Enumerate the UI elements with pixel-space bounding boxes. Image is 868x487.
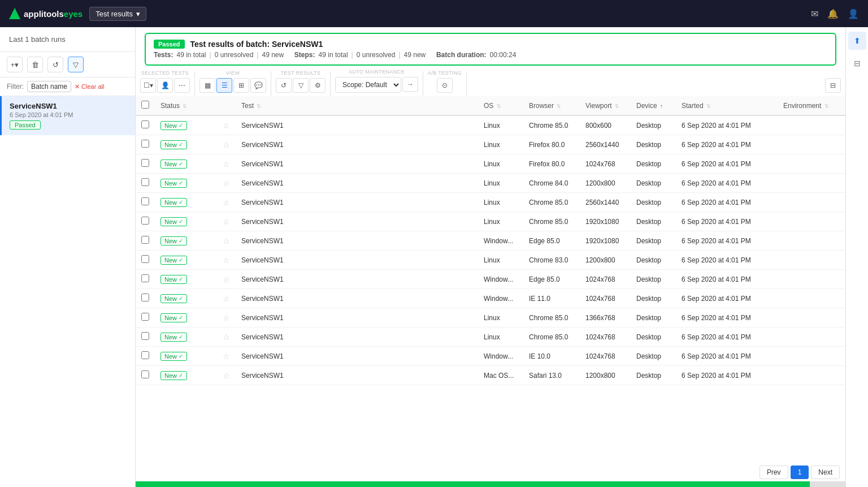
row-checkbox[interactable] <box>141 274 149 282</box>
os-cell: Linux <box>478 251 523 270</box>
device-cell: Desktop <box>631 115 676 135</box>
table-row[interactable]: New ✓ ☆ ServiceNSW1 Linux Chrome 85.0 25… <box>136 193 845 212</box>
th-test[interactable]: Test <box>236 96 478 115</box>
th-os[interactable]: OS <box>478 96 523 115</box>
batch-passed-badge: Passed <box>10 120 41 130</box>
th-viewport[interactable]: Viewport <box>580 96 631 115</box>
grid-view-button[interactable]: ⊞ <box>233 78 249 93</box>
row-checkbox[interactable] <box>141 140 149 148</box>
table-row[interactable]: New ✓ ☆ ServiceNSW1 Linux Chrome 83.0 12… <box>136 251 845 270</box>
test-name-cell: ServiceNSW1 <box>236 193 478 212</box>
list-view-button[interactable]: ☰ <box>216 78 232 93</box>
table-row[interactable]: New ✓ ☆ ServiceNSW1 Mac OS... Safari 13.… <box>136 366 845 385</box>
ab-test-button[interactable]: ⊙ <box>437 78 453 93</box>
row-checkbox[interactable] <box>141 255 149 263</box>
browser-cell: Chrome 85.0 <box>523 212 580 231</box>
table-row[interactable]: New ✓ ☆ ServiceNSW1 Window... Edge 85.0 … <box>136 231 845 251</box>
th-browser[interactable]: Browser <box>523 96 580 115</box>
favorite-icon[interactable]: ☆ <box>223 140 230 149</box>
right-share-button[interactable]: ⬆ <box>848 32 866 50</box>
table-row[interactable]: New ✓ ☆ ServiceNSW1 Window... IE 10.0 10… <box>136 347 845 366</box>
batch-list-item[interactable]: ServiceNSW1 6 Sep 2020 at 4:01 PM Passed <box>0 96 135 135</box>
row-checkbox[interactable] <box>141 197 149 205</box>
nav-dropdown[interactable]: Test results ▾ <box>89 7 146 21</box>
row-checkbox[interactable] <box>141 217 149 225</box>
checkbox-dropdown-button[interactable]: ☐▾ <box>140 78 156 93</box>
favorite-icon[interactable]: ☆ <box>223 179 230 188</box>
table-row[interactable]: New ✓ ☆ ServiceNSW1 Linux Chrome 85.0 10… <box>136 327 845 347</box>
favorite-icon[interactable]: ☆ <box>223 160 230 169</box>
favorite-icon[interactable]: ☆ <box>223 121 230 130</box>
sidebar-add-button[interactable]: +▾ <box>7 57 23 72</box>
filter-clear-button[interactable]: ✕ Clear all <box>75 83 104 90</box>
row-checkbox[interactable] <box>141 120 149 128</box>
started-cell: 6 Sep 2020 at 4:01 PM <box>676 251 778 270</box>
th-status[interactable]: Status <box>155 96 217 115</box>
os-cell: Mac OS... <box>478 366 523 385</box>
favorite-icon[interactable]: ☆ <box>223 352 230 361</box>
row-checkbox[interactable] <box>141 370 149 378</box>
sidebar-filter-button[interactable]: ▽ <box>68 57 84 72</box>
row-checkbox[interactable] <box>141 313 149 321</box>
row-checkbox[interactable] <box>141 236 149 244</box>
user-icon[interactable]: 👤 <box>848 8 859 19</box>
more-options-button[interactable]: ⋯ <box>174 78 190 93</box>
row-checkbox[interactable] <box>141 351 149 359</box>
os-cell: Linux <box>478 327 523 347</box>
sidebar-delete-button[interactable]: 🗑 <box>27 57 43 72</box>
next-button[interactable]: Next <box>811 466 840 479</box>
favorite-icon[interactable]: ☆ <box>223 294 230 303</box>
chart-view-button[interactable]: ▦ <box>199 78 215 93</box>
logo: applitoolseyes <box>9 8 83 19</box>
settings-results-button[interactable]: ⚙ <box>310 78 326 93</box>
browser-cell: Chrome 85.0 <box>523 308 580 327</box>
sidebar-refresh-button[interactable]: ↺ <box>47 57 63 72</box>
row-checkbox[interactable] <box>141 178 149 186</box>
prev-button[interactable]: Prev <box>760 466 788 479</box>
column-settings-button[interactable]: ⊟ <box>825 78 841 93</box>
notifications-icon[interactable]: 🔔 <box>827 8 839 19</box>
new-status-badge: New ✓ <box>160 256 187 265</box>
favorite-icon[interactable]: ☆ <box>223 198 230 207</box>
maintenance-arrow-button[interactable]: → <box>402 77 418 92</box>
browser-cell: Chrome 85.0 <box>523 327 580 347</box>
new-status-badge: New ✓ <box>160 371 187 380</box>
table-row[interactable]: New ✓ ☆ ServiceNSW1 Linux Chrome 85.0 13… <box>136 308 845 327</box>
table-row[interactable]: New ✓ ☆ ServiceNSW1 Linux Firefox 80.0 2… <box>136 135 845 154</box>
table-row[interactable]: New ✓ ☆ ServiceNSW1 Linux Chrome 85.0 19… <box>136 212 845 231</box>
table-row[interactable]: New ✓ ☆ ServiceNSW1 Window... Edge 85.0 … <box>136 270 845 289</box>
bubble-view-button[interactable]: 💬 <box>250 78 266 93</box>
th-environment[interactable]: Environment <box>778 96 845 115</box>
favorite-icon[interactable]: ☆ <box>223 256 230 265</box>
th-device[interactable]: Device <box>631 96 676 115</box>
assign-button[interactable]: 👤 <box>157 78 173 93</box>
refresh-results-button[interactable]: ↺ <box>276 78 292 93</box>
row-checkbox[interactable] <box>141 159 149 167</box>
batch-date: 6 Sep 2020 at 4:01 PM <box>10 111 127 118</box>
favorite-icon[interactable]: ☆ <box>223 333 230 342</box>
table-row[interactable]: New ✓ ☆ ServiceNSW1 Window... IE 11.0 10… <box>136 289 845 308</box>
row-checkbox[interactable] <box>141 294 149 301</box>
favorite-icon[interactable]: ☆ <box>223 371 230 380</box>
share-icon[interactable]: ✉ <box>811 8 818 19</box>
th-started[interactable]: Started <box>676 96 778 115</box>
device-cell: Desktop <box>631 366 676 385</box>
row-checkbox[interactable] <box>141 332 149 340</box>
scope-select[interactable]: Scope: Default <box>335 77 401 93</box>
table-row[interactable]: New ✓ ☆ ServiceNSW1 Linux Firefox 80.0 1… <box>136 154 845 174</box>
table-row[interactable]: New ✓ ☆ ServiceNSW1 Linux Chrome 85.0 80… <box>136 115 845 135</box>
favorite-icon[interactable]: ☆ <box>223 217 230 226</box>
favorite-icon[interactable]: ☆ <box>223 236 230 245</box>
env-sort-icon <box>824 103 829 109</box>
favorite-icon[interactable]: ☆ <box>223 275 230 284</box>
page-1-button[interactable]: 1 <box>791 466 809 479</box>
favorite-icon[interactable]: ☆ <box>223 313 230 322</box>
device-cell: Desktop <box>631 289 676 308</box>
batch-result-header: Passed Test results of batch: ServiceNSW… <box>145 33 836 66</box>
right-grid-button[interactable]: ⊟ <box>848 54 866 72</box>
filter-results-button[interactable]: ▽ <box>293 78 309 93</box>
select-all-checkbox[interactable] <box>141 101 149 109</box>
table-row[interactable]: New ✓ ☆ ServiceNSW1 Linux Chrome 84.0 12… <box>136 174 845 193</box>
started-cell: 6 Sep 2020 at 4:01 PM <box>676 115 778 135</box>
device-cell: Desktop <box>631 251 676 270</box>
